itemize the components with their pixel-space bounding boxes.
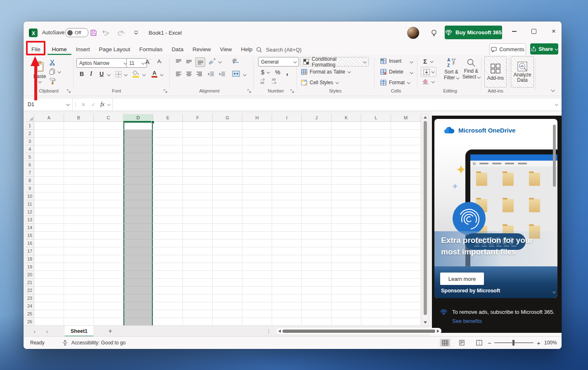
cell-G11[interactable] (213, 200, 242, 208)
cell-K16[interactable] (332, 240, 361, 247)
cell-F20[interactable] (183, 271, 213, 279)
cell-A18[interactable] (34, 255, 64, 263)
cell-G14[interactable] (213, 224, 242, 232)
cell-D2[interactable] (123, 130, 153, 138)
cell-E25[interactable] (153, 310, 183, 318)
cell-L17[interactable] (361, 247, 391, 255)
cell-M1[interactable] (391, 122, 421, 130)
row-header-12[interactable]: 12 (26, 208, 34, 216)
cell-K19[interactable] (332, 263, 361, 271)
cell-I2[interactable] (272, 130, 302, 138)
cell-K23[interactable] (332, 294, 361, 302)
cell-L4[interactable] (361, 145, 391, 153)
underline-button[interactable]: U (100, 71, 104, 77)
cell-E9[interactable] (153, 185, 183, 192)
font-name-select[interactable]: Aptos Narrow (76, 58, 129, 68)
row-header-5[interactable]: 5 (26, 153, 34, 161)
cell-F22[interactable] (183, 287, 213, 294)
cell-E2[interactable] (153, 130, 183, 138)
cell-C12[interactable] (94, 208, 123, 216)
cell-J22[interactable] (302, 287, 332, 294)
cell-K14[interactable] (332, 224, 361, 232)
zoom-slider-handle[interactable] (512, 340, 514, 346)
cell-K3[interactable] (332, 138, 361, 145)
cell-E12[interactable] (153, 208, 183, 216)
cell-J5[interactable] (302, 153, 332, 161)
tab-insert[interactable]: Insert (71, 44, 95, 55)
cell-E19[interactable] (153, 263, 183, 271)
cell-C21[interactable] (94, 279, 123, 287)
cell-B8[interactable] (64, 177, 94, 185)
row-header-2[interactable]: 2 (26, 130, 34, 138)
cell-G3[interactable] (213, 138, 242, 145)
maximize-button[interactable] (525, 24, 543, 39)
cell-F26[interactable] (183, 318, 213, 326)
close-button[interactable]: × (545, 24, 562, 39)
cell-B22[interactable] (64, 287, 94, 294)
share-button[interactable]: Share (530, 43, 558, 55)
cell-D1[interactable] (123, 122, 153, 130)
cell-L10[interactable] (361, 192, 391, 200)
row-header-21[interactable]: 21 (26, 279, 34, 287)
cell-K10[interactable] (332, 192, 361, 200)
cell-G1[interactable] (213, 122, 242, 130)
analyze-data-button[interactable]: AnalyzeData (511, 56, 534, 88)
cell-G15[interactable] (213, 232, 242, 240)
cell-F14[interactable] (183, 224, 213, 232)
delete-dropdown-chevron[interactable] (410, 71, 413, 74)
row-header-6[interactable]: 6 (26, 161, 34, 169)
cell-H5[interactable] (242, 153, 272, 161)
cell-D7[interactable] (123, 169, 153, 177)
cell-A17[interactable] (34, 247, 64, 255)
cell-B16[interactable] (64, 240, 94, 247)
cell-E16[interactable] (153, 240, 183, 247)
cell-A4[interactable] (34, 145, 64, 153)
cell-E21[interactable] (153, 279, 183, 287)
page-layout-view-button[interactable] (456, 339, 467, 347)
cell-E3[interactable] (153, 138, 183, 145)
cell-D12[interactable] (123, 208, 153, 216)
cell-C6[interactable] (94, 161, 123, 169)
cell-L23[interactable] (361, 294, 391, 302)
cell-L15[interactable] (361, 232, 391, 240)
row-header-20[interactable]: 20 (26, 271, 34, 279)
cell-M23[interactable] (391, 294, 421, 302)
cell-E1[interactable] (153, 122, 183, 130)
name-box[interactable]: D1 (24, 98, 73, 111)
cell-E7[interactable] (153, 169, 183, 177)
cell-styles-button[interactable]: Cell Styles (301, 80, 338, 85)
tab-data[interactable]: Data (167, 44, 188, 55)
cell-B19[interactable] (64, 263, 94, 271)
cell-F15[interactable] (183, 232, 213, 240)
cell-J15[interactable] (302, 232, 332, 240)
cell-L16[interactable] (361, 240, 391, 247)
cell-L26[interactable] (361, 318, 391, 326)
cell-L5[interactable] (361, 153, 391, 161)
fill-color-button[interactable] (133, 70, 140, 78)
cell-M20[interactable] (391, 271, 421, 279)
cell-A6[interactable] (34, 161, 64, 169)
cell-E13[interactable] (153, 216, 183, 224)
cell-C25[interactable] (94, 310, 123, 318)
cell-H22[interactable] (242, 287, 272, 294)
cell-C24[interactable] (94, 302, 123, 310)
accounting-format-button[interactable]: $ (261, 69, 264, 76)
cell-G16[interactable] (213, 240, 242, 247)
cell-M18[interactable] (391, 255, 421, 263)
cell-K24[interactable] (332, 302, 361, 310)
cell-G10[interactable] (213, 192, 242, 200)
cell-D25[interactable] (123, 310, 153, 318)
minimize-button[interactable] (505, 24, 523, 39)
alignment-dialog-launcher[interactable] (247, 89, 251, 93)
cell-A3[interactable] (34, 138, 64, 145)
borders-dropdown-chevron[interactable] (124, 73, 127, 76)
cell-L25[interactable] (361, 310, 391, 318)
horizontal-scroll-thumb[interactable] (282, 330, 435, 333)
number-dialog-launcher[interactable] (290, 89, 294, 93)
row-header-1[interactable]: 1 (26, 122, 34, 130)
cell-A8[interactable] (34, 177, 64, 185)
cell-H13[interactable] (242, 216, 272, 224)
column-header-G[interactable]: G (213, 114, 242, 122)
cell-I25[interactable] (272, 310, 302, 318)
cell-F5[interactable] (183, 153, 213, 161)
